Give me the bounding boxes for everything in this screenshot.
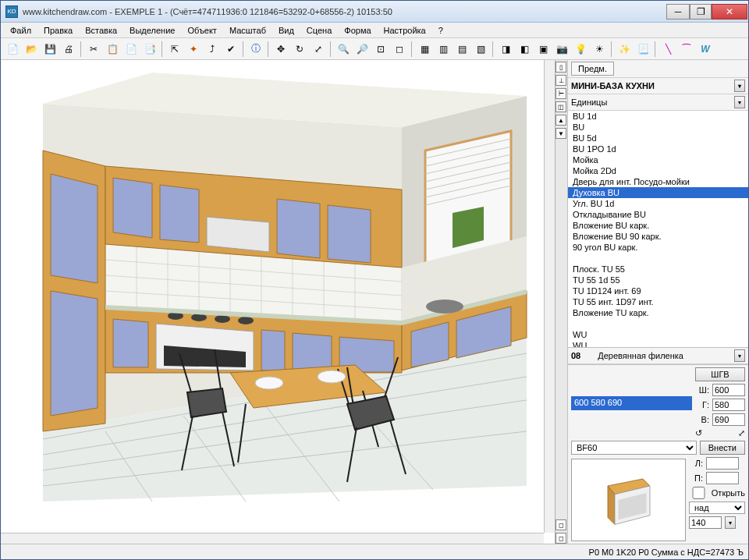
- tb-view3[interactable]: ▤: [453, 41, 470, 58]
- tb-w[interactable]: W: [697, 41, 714, 58]
- pos-select[interactable]: над: [689, 502, 745, 514]
- height-input[interactable]: [712, 413, 745, 426]
- list-item[interactable]: 90 угол BU карк.: [568, 242, 748, 253]
- maximize-button[interactable]: ❐: [690, 4, 712, 19]
- p-input[interactable]: [706, 472, 739, 484]
- dims-button[interactable]: ШГВ: [695, 367, 745, 381]
- menu-zoom[interactable]: Масштаб: [223, 24, 272, 37]
- qty-input[interactable]: [689, 516, 722, 529]
- qty-dropdown[interactable]: ▾: [725, 516, 736, 529]
- menu-edit[interactable]: Правка: [37, 24, 79, 37]
- viewport-3d[interactable]: [1, 60, 555, 544]
- tb-copy2[interactable]: 📑: [141, 41, 158, 58]
- tb-line[interactable]: ╲: [659, 41, 676, 58]
- list-item[interactable]: Вложение BU карк.: [568, 220, 748, 231]
- tb-wand[interactable]: ✦: [185, 41, 202, 58]
- side-tool-4[interactable]: ◫: [556, 101, 566, 112]
- list-item[interactable]: [568, 318, 748, 329]
- menu-help[interactable]: ?: [432, 24, 449, 37]
- side-tool-1[interactable]: ▯: [556, 62, 566, 73]
- l-input[interactable]: [706, 457, 739, 470]
- list-item[interactable]: Вложение TU карк.: [568, 307, 748, 318]
- tb-paste[interactable]: 📄: [122, 41, 140, 58]
- list-item[interactable]: TU 1D124 инт. 69: [568, 285, 748, 296]
- depth-input[interactable]: [712, 399, 745, 411]
- list-item[interactable]: BU 1PO 1d: [568, 144, 748, 154]
- minimize-button[interactable]: ─: [666, 4, 690, 19]
- tb-camera[interactable]: 📷: [553, 41, 570, 58]
- tb-view1[interactable]: ▦: [416, 41, 433, 58]
- tb-scale[interactable]: ⤢: [310, 41, 327, 58]
- list-item[interactable]: WU: [568, 329, 748, 340]
- list-item[interactable]: [568, 253, 748, 264]
- menu-view[interactable]: Вид: [272, 24, 300, 37]
- list-item[interactable]: Плоск. TU 55: [568, 264, 748, 275]
- tb-print[interactable]: 🖨: [60, 41, 77, 58]
- ref-select[interactable]: BF60: [571, 441, 697, 455]
- viewport-scrollbar-h[interactable]: [1, 533, 544, 544]
- style-dropdown[interactable]: ▾: [734, 349, 745, 362]
- tb-sparkle[interactable]: ✨: [616, 41, 633, 58]
- expand-icon[interactable]: ⤢: [738, 428, 745, 438]
- menu-insert[interactable]: Вставка: [79, 24, 123, 37]
- tb-save[interactable]: 💾: [41, 41, 59, 58]
- list-item[interactable]: Вложение BU 90 карк.: [568, 231, 748, 242]
- tb-rotate[interactable]: ↻: [291, 41, 308, 58]
- reset-icon[interactable]: ↺: [695, 428, 702, 438]
- tb-light2[interactable]: ☀: [591, 41, 608, 58]
- side-tool-8[interactable]: ◻: [556, 533, 566, 544]
- side-tool-6[interactable]: ▼: [556, 128, 566, 139]
- menu-shape[interactable]: Форма: [338, 24, 377, 37]
- tb-new[interactable]: 📄: [4, 41, 21, 58]
- side-tool-3[interactable]: ⊢: [556, 88, 566, 99]
- tb-open[interactable]: 📂: [23, 41, 40, 58]
- tb-zoomfit[interactable]: ⊡: [372, 41, 389, 58]
- menu-settings[interactable]: Настройка: [378, 24, 432, 37]
- list-item[interactable]: Угл. BU 1d: [568, 198, 748, 209]
- list-item[interactable]: Откладывание BU: [568, 209, 748, 220]
- close-button[interactable]: ✕: [712, 4, 747, 19]
- tb-copy[interactable]: 📋: [104, 41, 121, 58]
- tb-move[interactable]: ✥: [272, 41, 289, 58]
- tb-shade3[interactable]: ▣: [534, 41, 552, 58]
- tb-tool3[interactable]: ⤴: [204, 41, 221, 58]
- tb-info[interactable]: ⓘ: [247, 41, 264, 58]
- list-item[interactable]: WU: [568, 340, 748, 348]
- tb-view2[interactable]: ▥: [435, 41, 452, 58]
- open-checkbox[interactable]: [689, 487, 708, 499]
- list-item[interactable]: Мойка 2Dd: [568, 165, 748, 176]
- width-input[interactable]: [712, 384, 745, 396]
- list-item[interactable]: BU 5d: [568, 133, 748, 144]
- insert-button[interactable]: Внести: [700, 441, 745, 455]
- list-item[interactable]: BU 1d: [568, 111, 748, 122]
- tb-zoomout[interactable]: 🔎: [353, 41, 371, 58]
- viewport-scrollbar-v[interactable]: [544, 60, 555, 533]
- tb-cut[interactable]: ✂: [85, 41, 102, 58]
- tb-shade2[interactable]: ◧: [516, 41, 533, 58]
- list-item[interactable]: Дверь для инт. Посудо-мойки: [568, 176, 748, 187]
- menu-object[interactable]: Объект: [181, 24, 222, 37]
- list-item[interactable]: TU 55 инт. 1D97 инт.: [568, 296, 748, 307]
- tb-zoomin[interactable]: 🔍: [335, 41, 352, 58]
- catalog-dropdown[interactable]: ▾: [734, 80, 745, 92]
- list-item[interactable]: Духовка BU: [568, 187, 748, 198]
- menu-file[interactable]: Файл: [4, 24, 37, 37]
- tb-doc[interactable]: 📃: [634, 41, 651, 58]
- side-tool-7[interactable]: ◻: [556, 519, 566, 530]
- tab-items[interactable]: Предм.: [571, 62, 614, 76]
- list-item[interactable]: BU: [568, 122, 748, 133]
- side-tool-5[interactable]: ▲: [556, 115, 566, 126]
- tb-zoomsel[interactable]: ◻: [391, 41, 408, 58]
- menu-selection[interactable]: Выделение: [123, 24, 181, 37]
- item-list[interactable]: BU 1dBUBU 5dBU 1PO 1dМойкаМойка 2DdДверь…: [568, 111, 748, 348]
- units-dropdown[interactable]: ▾: [734, 96, 745, 108]
- side-tool-2[interactable]: ⊥: [556, 75, 566, 86]
- list-item[interactable]: TU 55 1d 55: [568, 275, 748, 285]
- tb-tool4[interactable]: ✔: [222, 41, 240, 58]
- tb-shade1[interactable]: ◨: [497, 41, 514, 58]
- list-item[interactable]: Мойка: [568, 154, 748, 165]
- tb-view4[interactable]: ▧: [472, 41, 489, 58]
- tb-light[interactable]: 💡: [572, 41, 589, 58]
- tb-curve[interactable]: ⁀: [678, 41, 695, 58]
- menu-scene[interactable]: Сцена: [300, 24, 338, 37]
